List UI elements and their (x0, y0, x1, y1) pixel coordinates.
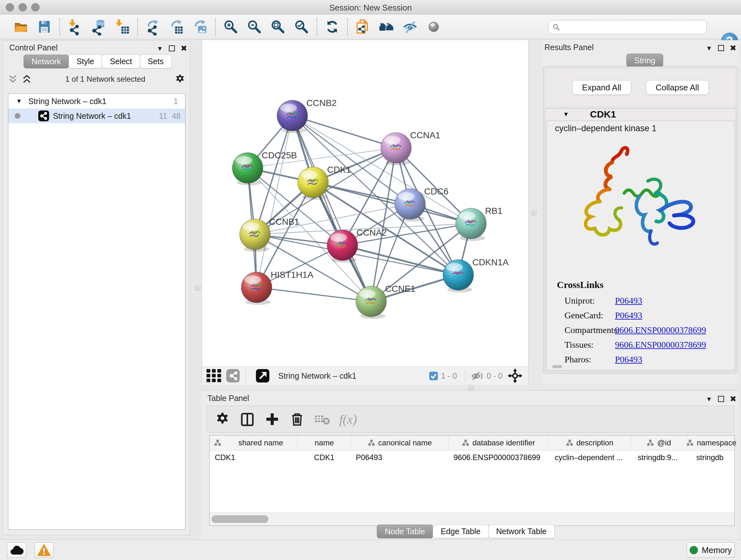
export-image-button[interactable] (190, 17, 210, 37)
control-panel-close-icon[interactable]: ✖ (181, 44, 187, 52)
table-panel-float-icon[interactable] (718, 396, 724, 402)
edge-CCNB2-HIST1H1A[interactable] (257, 116, 292, 287)
table-horizontal-scrollbar[interactable] (210, 512, 734, 525)
tab-node-table[interactable]: Node Table (377, 524, 433, 538)
tab-edge-table[interactable]: Edge Table (433, 524, 488, 538)
tab-string[interactable]: String (626, 54, 663, 67)
column-header-description[interactable]: description (549, 435, 631, 450)
control-panel-float-icon[interactable] (169, 45, 175, 51)
network-options-gear-icon[interactable] (175, 74, 185, 84)
gene-card-header[interactable]: ▼ CDK1 (545, 109, 736, 120)
search-field[interactable] (548, 20, 706, 34)
delete-table-button[interactable] (313, 410, 332, 429)
cell-canonical-name[interactable]: P06493 (351, 453, 448, 462)
zoom-in-button[interactable] (221, 17, 241, 37)
apply-layout-button[interactable] (322, 17, 342, 37)
crosslink-label: Uniprot: (564, 296, 615, 306)
column-header-namespace[interactable]: namespace (687, 435, 736, 450)
column-header-canonical-name[interactable]: canonical name (351, 435, 449, 450)
column-header-shared-name[interactable]: shared name (210, 435, 298, 450)
results-panel-collapse-icon[interactable]: ▼ (706, 45, 712, 51)
table-panel-collapse-icon[interactable]: ▼ (706, 396, 712, 402)
cell-name[interactable]: CDK1 (298, 453, 351, 462)
node-CDKN1A[interactable]: CDKN1A (443, 257, 509, 293)
column-header-name[interactable]: name (298, 435, 351, 450)
tab-select[interactable]: Select (102, 55, 140, 68)
node-CCNB2[interactable]: CCNB2 (277, 98, 337, 133)
expand-all-button[interactable]: Expand All (572, 80, 631, 95)
edge-CCNE1-HIST1H1A[interactable] (257, 287, 371, 301)
node-CDC6[interactable]: CDC6 (395, 186, 448, 222)
cell--id[interactable]: stringdb:9... (630, 453, 685, 462)
control-panel-collapse-icon[interactable]: ▼ (157, 45, 163, 52)
node-CDK1[interactable]: CDK1 (298, 165, 351, 200)
settings-gear-button[interactable] (213, 410, 232, 429)
node-HIST1H1A[interactable]: HIST1H1A (241, 270, 313, 305)
node-CDC25B[interactable]: CDC25B (232, 150, 297, 186)
node-CCNB1[interactable]: CCNB1 (240, 217, 299, 252)
cloud-button[interactable] (7, 543, 26, 558)
network-from-file-button[interactable] (353, 17, 373, 37)
crosslink-link[interactable]: P06493 (615, 296, 643, 306)
right-splitter-handle[interactable] (531, 210, 537, 216)
results-panel-close-icon[interactable]: ✖ (730, 44, 737, 52)
zoom-fit-button[interactable] (268, 17, 288, 37)
graphics-details-button[interactable] (424, 17, 444, 37)
import-network-button[interactable] (65, 17, 85, 37)
cell-description[interactable]: cyclin–dependent ... (548, 453, 630, 462)
open-folder-button[interactable] (11, 17, 30, 37)
save-button[interactable] (35, 17, 54, 37)
collapse-all-icon[interactable] (8, 74, 17, 84)
network-collection-row[interactable]: ▼ String Network – cdk1 1 (8, 94, 185, 109)
table-row[interactable]: CDK1CDK1P064939606.ENSP00000378699cyclin… (210, 450, 734, 464)
collection-expander-icon[interactable]: ▼ (16, 98, 22, 105)
table-panel-close-icon[interactable]: ✖ (730, 395, 737, 403)
crosslink-link[interactable]: P06493 (615, 310, 643, 320)
export-table-button[interactable] (166, 17, 186, 37)
column-header-database-identifier[interactable]: database identifier (449, 435, 549, 450)
edge-CCNB2-CCNA1[interactable] (292, 116, 396, 148)
warnings-button[interactable] (35, 543, 54, 558)
tab-style[interactable]: Style (69, 55, 103, 68)
node-CCNE1[interactable]: CCNE1 (356, 284, 415, 319)
cell-shared-name[interactable]: CDK1 (210, 453, 298, 462)
cell-namespace[interactable]: stringdb (685, 453, 734, 462)
node-RB1[interactable]: RB1 (456, 206, 502, 241)
gene-card-scrollbar[interactable] (552, 365, 562, 368)
crosslink-link[interactable]: 9606.ENSP00000378699 (615, 325, 706, 335)
home-button[interactable] (377, 17, 396, 37)
birdseye-view-icon[interactable] (508, 368, 522, 383)
network-thumbnail-icon[interactable] (226, 369, 240, 382)
delete-column-button[interactable] (287, 410, 307, 429)
collapse-all-button[interactable]: Collapse All (646, 80, 709, 95)
cell-database-identifier[interactable]: 9606.ENSP00000378699 (448, 453, 548, 462)
import-database-button[interactable] (89, 17, 109, 37)
tab-sets[interactable]: Sets (140, 55, 172, 68)
expand-all-icon[interactable] (22, 74, 31, 84)
network-row-selected[interactable]: String Network – cdk1 11 48 (8, 109, 185, 123)
selected-indicator-icon[interactable] (429, 372, 438, 380)
node-CCNA1[interactable]: CCNA1 (381, 130, 441, 165)
gene-card-expander-icon[interactable]: ▼ (563, 111, 569, 118)
network-canvas[interactable]: CCNB2CCNA1CDC25BCDK1CDC6RB1CCNB1CCNA2CDK… (202, 40, 528, 367)
left-splitter-handle[interactable] (195, 285, 201, 291)
import-table-button[interactable] (112, 17, 132, 37)
zoom-selected-button[interactable] (292, 17, 312, 37)
hide-unhide-button[interactable] (400, 17, 420, 37)
tab-network[interactable]: Network (23, 55, 69, 68)
split-columns-button[interactable] (238, 410, 257, 429)
detach-view-icon[interactable] (255, 369, 270, 382)
zoom-out-button[interactable] (245, 17, 264, 37)
show-grid-icon[interactable] (206, 369, 221, 382)
add-column-button[interactable] (263, 410, 282, 429)
column-header--id[interactable]: @id (631, 435, 687, 450)
tab-network-table[interactable]: Network Table (488, 524, 555, 538)
results-panel-float-icon[interactable] (718, 45, 724, 51)
crosslink-link[interactable]: P06493 (615, 354, 643, 365)
crosslink-link[interactable]: 9606.ENSP00000378699 (615, 340, 706, 350)
search-input[interactable] (560, 23, 706, 32)
memory-button[interactable]: Memory (687, 543, 735, 558)
export-network-button[interactable] (143, 17, 163, 37)
scrollbar-thumb[interactable] (212, 515, 268, 523)
apply-function-button[interactable]: f(x) (339, 412, 357, 427)
